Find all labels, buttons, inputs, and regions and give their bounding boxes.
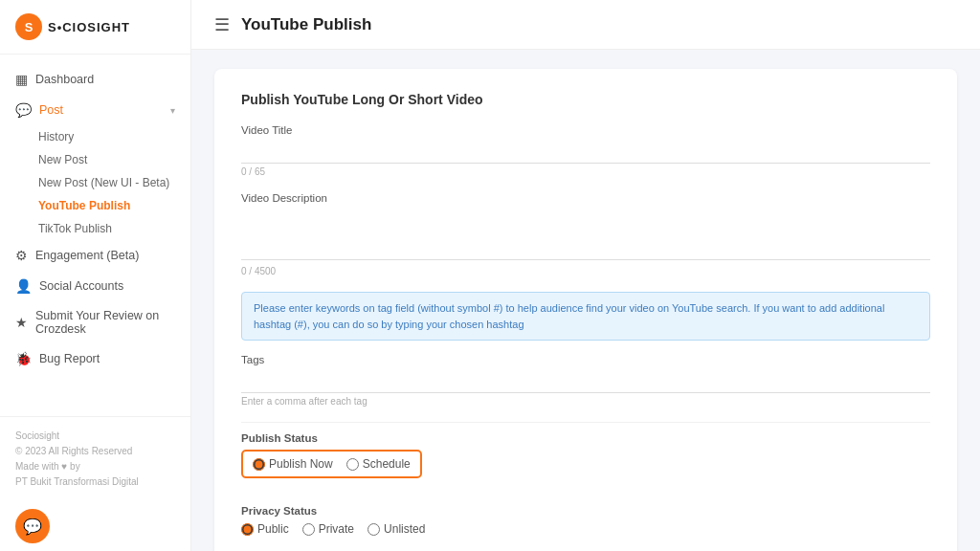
sidebar-item-youtube-publish[interactable]: YouTube Publish bbox=[31, 194, 190, 217]
tags-label: Tags bbox=[241, 354, 930, 365]
sidebar-item-social-accounts[interactable]: 👤 Social Accounts bbox=[0, 271, 190, 301]
sidebar-item-dashboard[interactable]: ▦ Dashboard bbox=[0, 64, 190, 95]
chevron-down-icon: ▾ bbox=[170, 105, 175, 116]
form-card: Publish YouTube Long Or Short Video Vide… bbox=[214, 69, 957, 551]
public-radio[interactable]: Public bbox=[241, 522, 289, 536]
sidebar-item-label: Post bbox=[39, 103, 63, 117]
publish-now-radio[interactable]: Publish Now bbox=[253, 457, 333, 471]
sidebar-navigation: ▦ Dashboard 💬 Post ▾ History New Post Ne… bbox=[0, 55, 190, 416]
main-content: ☰ YouTube Publish Publish YouTube Long O… bbox=[191, 0, 980, 551]
unlisted-label: Unlisted bbox=[384, 522, 425, 536]
private-label: Private bbox=[319, 522, 354, 536]
sidebar-footer: Sociosight © 2023 All Rights Reserved Ma… bbox=[0, 416, 190, 501]
sidebar-item-new-post[interactable]: New Post bbox=[31, 148, 190, 171]
video-title-char-count: 0 / 65 bbox=[241, 166, 930, 177]
publish-now-radio-input[interactable] bbox=[253, 458, 265, 471]
private-radio-input[interactable] bbox=[302, 523, 315, 536]
publish-status-box: Publish Now Schedule bbox=[241, 450, 422, 478]
form-card-title: Publish YouTube Long Or Short Video bbox=[241, 92, 930, 107]
tags-group: Tags Enter a comma after each tag bbox=[241, 354, 930, 407]
publish-status-label: Publish Status bbox=[241, 432, 930, 444]
logo-icon: S bbox=[15, 13, 42, 40]
logo-text: S•CIOSIGHT bbox=[48, 20, 130, 34]
publish-status-group: Publish Status Publish Now Schedule bbox=[241, 432, 930, 490]
publish-now-label: Publish Now bbox=[269, 457, 333, 471]
public-label: Public bbox=[257, 522, 289, 536]
sidebar: S S•CIOSIGHT ▦ Dashboard 💬 Post ▾ Histor… bbox=[0, 0, 191, 551]
sidebar-item-bug-report[interactable]: 🐞 Bug Report bbox=[0, 343, 190, 374]
video-title-label: Video Title bbox=[241, 124, 930, 136]
video-description-char-count: 0 / 4500 bbox=[241, 266, 930, 276]
sidebar-item-label: Bug Report bbox=[39, 352, 100, 365]
sidebar-item-label: Dashboard bbox=[35, 73, 94, 86]
star-icon: ★ bbox=[15, 315, 28, 330]
post-icon: 💬 bbox=[15, 102, 32, 118]
sidebar-item-new-post-beta[interactable]: New Post (New UI - Beta) bbox=[31, 171, 190, 194]
post-sub-menu: History New Post New Post (New UI - Beta… bbox=[0, 125, 190, 240]
chat-button[interactable]: 💬 bbox=[15, 509, 50, 543]
divider-1 bbox=[241, 422, 930, 423]
made-with: Made with ♥ by bbox=[15, 459, 175, 474]
bug-icon: 🐞 bbox=[15, 351, 32, 366]
schedule-label: Schedule bbox=[363, 457, 411, 471]
content-area: Publish YouTube Long Or Short Video Vide… bbox=[191, 50, 980, 551]
video-description-label: Video Description bbox=[241, 192, 930, 204]
copyright: © 2023 All Rights Reserved bbox=[15, 444, 175, 459]
sidebar-item-history[interactable]: History bbox=[31, 125, 190, 148]
privacy-status-label: Privacy Status bbox=[241, 505, 930, 517]
unlisted-radio-input[interactable] bbox=[368, 523, 380, 536]
private-radio[interactable]: Private bbox=[302, 522, 354, 536]
brand-name: Sociosight bbox=[15, 429, 175, 444]
company-name: PT Bukit Transformasi Digital bbox=[15, 474, 175, 490]
unlisted-radio[interactable]: Unlisted bbox=[368, 522, 425, 536]
social-icon: 👤 bbox=[15, 278, 32, 294]
page-title: YouTube Publish bbox=[241, 15, 371, 34]
privacy-radio-group: Public Private Unlisted bbox=[241, 522, 930, 536]
tags-input[interactable] bbox=[241, 369, 930, 393]
video-description-group: Video Description 0 / 4500 bbox=[241, 192, 930, 276]
sidebar-logo: S S•CIOSIGHT bbox=[0, 0, 190, 55]
menu-icon[interactable]: ☰ bbox=[214, 14, 230, 35]
public-radio-input[interactable] bbox=[241, 523, 254, 536]
topbar: ☰ YouTube Publish bbox=[191, 0, 980, 50]
video-title-group: Video Title 0 / 65 bbox=[241, 124, 930, 177]
sidebar-item-tiktok-publish[interactable]: TikTok Publish bbox=[31, 217, 190, 240]
info-box: Please enter keywords on tag field (with… bbox=[241, 292, 930, 341]
tags-hint: Enter a comma after each tag bbox=[241, 396, 930, 407]
video-description-input[interactable] bbox=[241, 208, 930, 260]
video-title-input[interactable] bbox=[241, 140, 930, 164]
sidebar-item-post[interactable]: 💬 Post ▾ bbox=[0, 95, 190, 125]
sidebar-item-engagement[interactable]: ⚙ Engagement (Beta) bbox=[0, 240, 190, 271]
sidebar-item-label: Submit Your Review on Crozdesk bbox=[35, 309, 175, 336]
sidebar-item-submit-review[interactable]: ★ Submit Your Review on Crozdesk bbox=[0, 301, 190, 343]
privacy-status-group: Privacy Status Public Private Unlisted bbox=[241, 505, 930, 536]
sidebar-item-label: Social Accounts bbox=[39, 279, 123, 293]
sidebar-item-label: Engagement (Beta) bbox=[35, 249, 139, 262]
engagement-icon: ⚙ bbox=[15, 248, 28, 263]
schedule-radio[interactable]: Schedule bbox=[346, 457, 411, 471]
schedule-radio-input[interactable] bbox=[346, 458, 359, 471]
dashboard-icon: ▦ bbox=[15, 72, 28, 87]
